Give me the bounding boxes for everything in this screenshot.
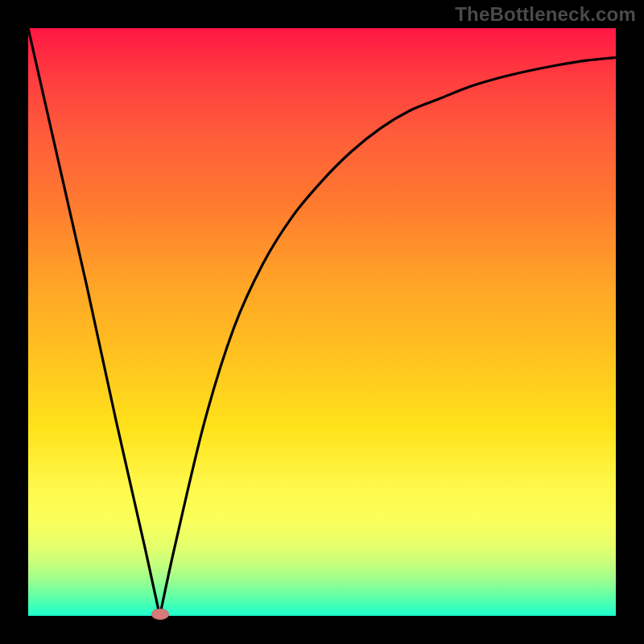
minimum-marker xyxy=(151,609,169,620)
bottleneck-curve xyxy=(28,28,616,616)
chart-frame: TheBottleneck.com xyxy=(0,0,644,644)
watermark-text: TheBottleneck.com xyxy=(455,3,636,26)
plot-gradient-area xyxy=(28,28,616,616)
